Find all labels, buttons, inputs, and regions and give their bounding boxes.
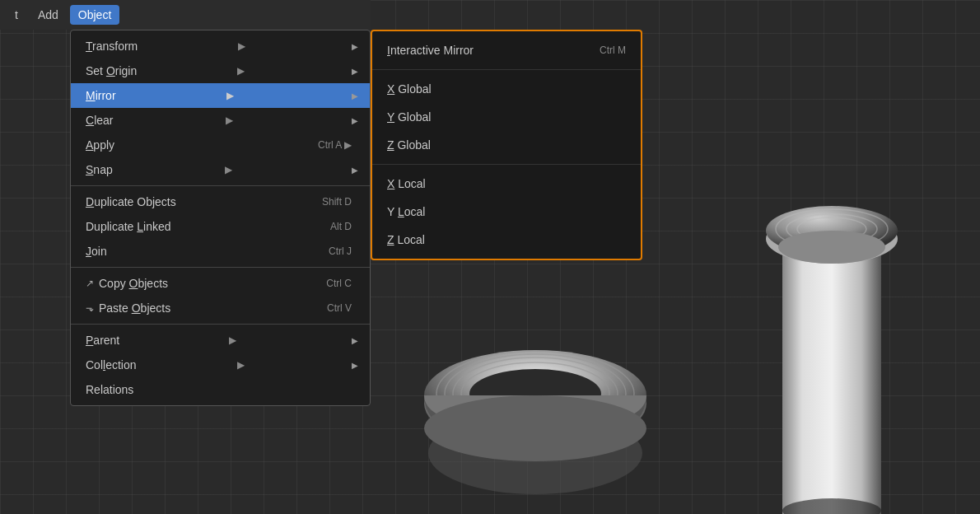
separator-2	[71, 267, 370, 268]
submenu-item-z-local[interactable]: Z Local	[372, 226, 641, 254]
menubar: t Add Object	[0, 0, 371, 30]
copy-icon: ↗	[86, 278, 94, 289]
menu-item-mirror[interactable]: Mirror ▶	[71, 83, 370, 108]
menu-item-set-origin[interactable]: Set Origin ▶	[71, 58, 370, 83]
menubar-item-t[interactable]: t	[7, 5, 26, 25]
svg-point-8	[424, 395, 646, 461]
submenu-separator-2	[372, 164, 641, 165]
menu-item-collection[interactable]: Collection ▶	[71, 353, 370, 377]
menu-item-snap[interactable]: Snap ▶	[71, 157, 370, 182]
menu-item-clear[interactable]: Clear ▶	[71, 108, 370, 133]
menu-item-duplicate-linked[interactable]: Duplicate Linked Alt D	[71, 214, 370, 239]
submenu-item-x-global[interactable]: X Global	[372, 75, 641, 103]
separator-3	[71, 324, 370, 325]
submenu-item-z-global[interactable]: Z Global	[372, 131, 641, 159]
submenu-item-y-local[interactable]: Y Local	[372, 198, 641, 226]
submenu-item-x-local[interactable]: X Local	[372, 170, 641, 198]
submenu-item-interactive-mirror[interactable]: Interactive Mirror Ctrl M	[372, 36, 641, 64]
menu-item-copy-objects[interactable]: ↗ Copy Objects Ctrl C	[71, 271, 370, 296]
separator-1	[71, 185, 370, 186]
submenu-item-y-global[interactable]: Y Global	[372, 103, 641, 131]
object-dropdown-menu: Transform ▶ Set Origin ▶ Mirror ▶ Clear …	[70, 30, 371, 406]
menu-item-duplicate-objects[interactable]: Duplicate Objects Shift D	[71, 189, 370, 214]
svg-rect-9	[782, 239, 881, 514]
menubar-item-add[interactable]: Add	[30, 5, 67, 25]
menu-item-transform[interactable]: Transform ▶	[71, 34, 370, 58]
menu-item-apply[interactable]: Apply Ctrl A ▶	[71, 133, 370, 157]
mirror-submenu: Interactive Mirror Ctrl M X Global Y Glo…	[371, 30, 642, 260]
menu-item-parent[interactable]: Parent ▶	[71, 328, 370, 353]
svg-point-15	[778, 231, 885, 264]
menu-item-relations[interactable]: Relations	[71, 377, 370, 402]
submenu-separator-1	[372, 69, 641, 70]
menu-item-join[interactable]: Join Ctrl J	[71, 239, 370, 264]
paste-icon: ⬎	[86, 302, 94, 314]
menubar-item-object[interactable]: Object	[70, 5, 119, 25]
menu-item-paste-objects[interactable]: ⬎ Paste Objects Ctrl V	[71, 296, 370, 320]
